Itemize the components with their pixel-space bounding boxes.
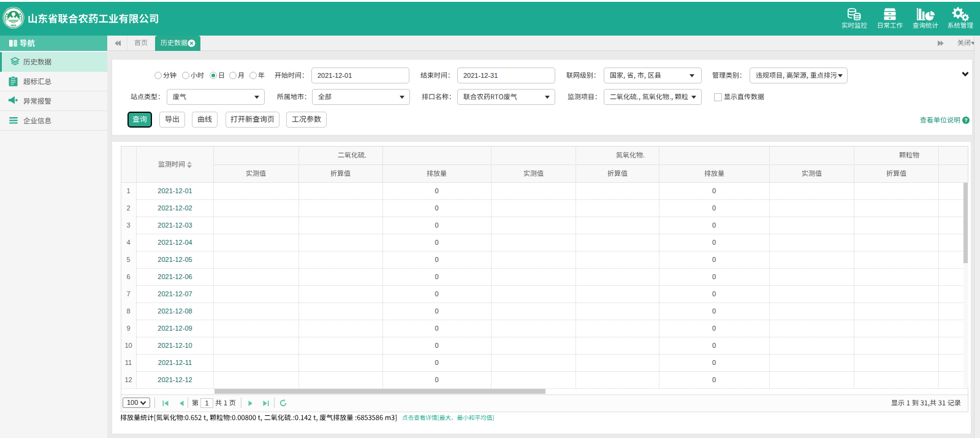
svg-text:?: ? [964, 117, 968, 123]
svg-text:MEE: MEE [10, 24, 16, 27]
